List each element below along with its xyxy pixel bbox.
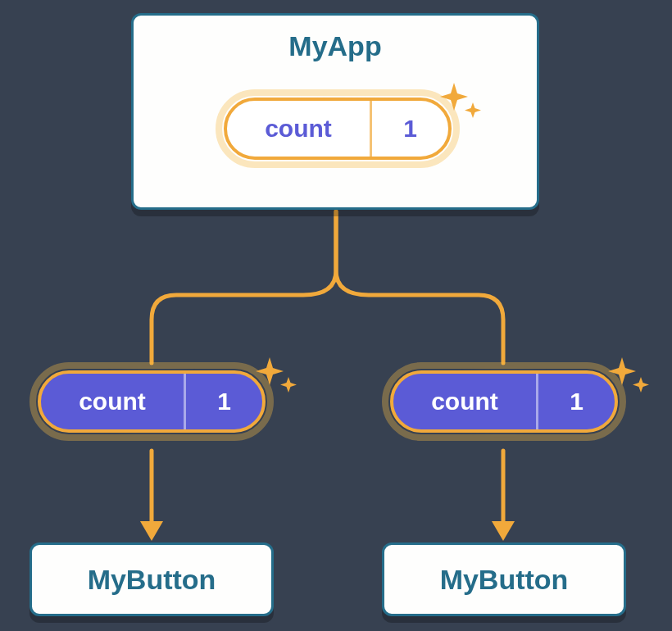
app-title: MyApp <box>134 16 537 62</box>
child-card-left: MyButton <box>30 542 274 616</box>
app-card: MyApp count 1 <box>131 13 539 210</box>
prop-pill-left: count 1 <box>38 370 266 433</box>
diagram-canvas: MyApp count 1 <box>0 0 672 631</box>
prop-value-right: 1 <box>538 374 615 429</box>
child-card-right: MyButton <box>382 542 626 616</box>
prop-value-left: 1 <box>186 374 262 429</box>
child-title-right: MyButton <box>440 564 569 596</box>
state-pill-root: count 1 <box>224 98 452 160</box>
prop-label-right: count <box>393 374 536 429</box>
prop-pill-right: count 1 <box>390 370 618 433</box>
prop-label-left: count <box>41 374 184 429</box>
state-value: 1 <box>372 101 448 157</box>
child-title-left: MyButton <box>88 564 216 596</box>
state-label: count <box>227 101 370 157</box>
